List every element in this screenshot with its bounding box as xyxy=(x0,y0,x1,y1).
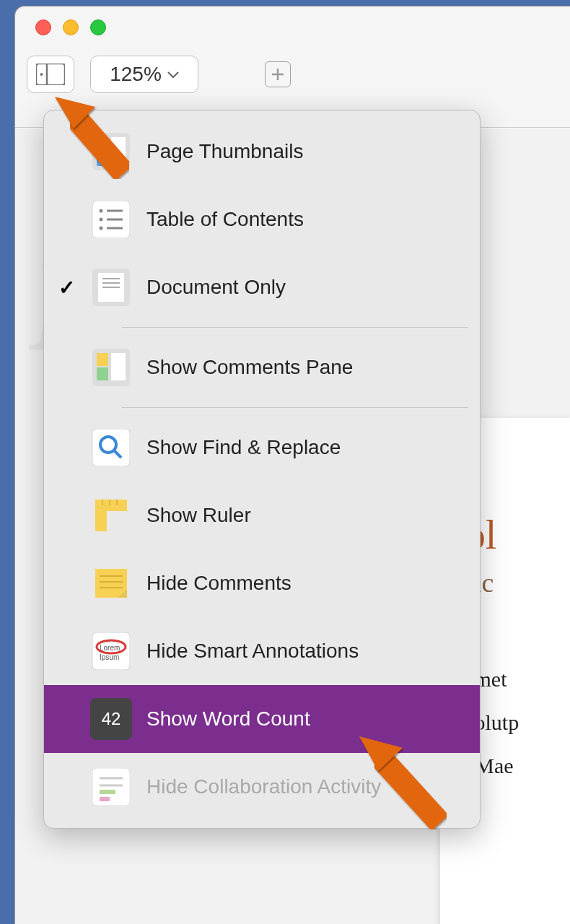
annotation-arrow-bottom xyxy=(346,729,462,830)
comments-pane-icon xyxy=(90,346,132,388)
svg-text:Lorem: Lorem xyxy=(100,644,120,652)
svg-rect-43 xyxy=(100,790,115,794)
minimize-window-button[interactable] xyxy=(63,19,79,35)
menu-item-label: Show Word Count xyxy=(146,707,310,731)
sidebar-panel-icon xyxy=(36,64,65,85)
checkmark-icon: ✓ xyxy=(57,276,76,300)
menu-item-label: Hide Smart Annotations xyxy=(146,640,359,663)
menu-item-label: Show Find & Replace xyxy=(146,436,341,459)
menu-item-hide-smart-annotations[interactable]: LoremIpsum Hide Smart Annotations xyxy=(44,617,480,685)
svg-point-2 xyxy=(40,73,43,76)
menu-item-show-ruler[interactable]: Show Ruler xyxy=(44,481,480,549)
menu-item-hide-comments[interactable]: Hide Comments xyxy=(44,549,480,617)
menu-item-document-only[interactable]: ✓ Document Only xyxy=(44,253,480,321)
svg-text:Ipsum: Ipsum xyxy=(100,653,119,661)
annotation-arrow-top xyxy=(45,87,146,188)
document-only-icon xyxy=(90,266,132,308)
ruler-icon xyxy=(90,494,132,536)
menu-item-label: Show Comments Pane xyxy=(146,356,353,379)
maximize-window-button[interactable] xyxy=(90,19,106,35)
add-page-button[interactable] xyxy=(265,61,291,87)
svg-rect-23 xyxy=(111,353,126,380)
menu-item-label: Show Ruler xyxy=(146,504,251,527)
svg-rect-40 xyxy=(92,768,130,806)
search-icon xyxy=(90,427,132,468)
word-count-icon: 42 xyxy=(90,698,132,740)
svg-rect-22 xyxy=(97,367,108,380)
svg-rect-21 xyxy=(97,353,108,366)
svg-rect-28 xyxy=(95,500,107,531)
titlebar xyxy=(15,6,570,48)
chevron-down-icon xyxy=(167,67,179,82)
menu-item-table-of-contents[interactable]: Table of Contents xyxy=(44,186,480,253)
menu-item-show-find-replace[interactable]: Show Find & Replace xyxy=(44,414,480,481)
zoom-value: 125% xyxy=(110,63,162,86)
view-options-menu: Page Thumbnails Table of Contents ✓ Docu… xyxy=(43,110,481,829)
menu-separator xyxy=(122,407,468,408)
plus-icon xyxy=(271,67,285,82)
table-of-contents-icon xyxy=(90,199,132,240)
smart-annotations-icon: LoremIpsum xyxy=(90,630,132,672)
svg-point-9 xyxy=(100,209,103,213)
menu-item-label: Table of Contents xyxy=(146,208,304,231)
menu-item-label: Hide Comments xyxy=(146,572,291,595)
traffic-lights xyxy=(35,19,106,35)
menu-item-label: Document Only xyxy=(146,276,286,299)
menu-separator xyxy=(122,327,468,328)
menu-item-show-comments-pane[interactable]: Show Comments Pane xyxy=(44,334,480,401)
close-window-button[interactable] xyxy=(35,19,51,35)
svg-point-11 xyxy=(100,218,103,222)
svg-point-13 xyxy=(100,227,103,230)
svg-rect-24 xyxy=(92,429,130,466)
menu-item-label: Page Thumbnails xyxy=(146,140,303,163)
svg-rect-32 xyxy=(95,569,127,598)
sticky-note-icon xyxy=(90,562,132,604)
svg-rect-44 xyxy=(100,797,110,801)
collaboration-activity-icon xyxy=(90,766,132,808)
